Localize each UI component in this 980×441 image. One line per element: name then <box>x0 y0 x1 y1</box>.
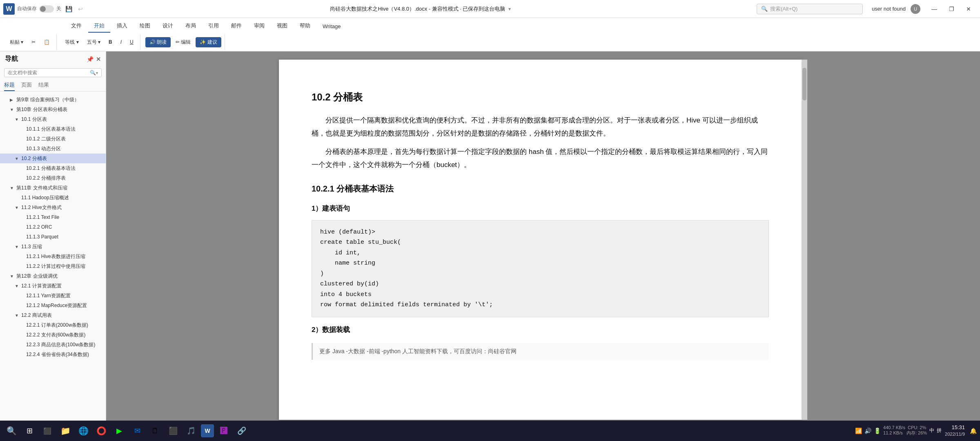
restore-button[interactable]: ❐ <box>943 2 960 16</box>
doc-title: 尚硅谷大数据技术之Hive（V4.8.0）.docx - 兼容性模式 · 已保存… <box>330 5 505 13</box>
notifications-button[interactable]: 🔔 <box>970 428 977 434</box>
taskbar-explorer[interactable]: 📁 <box>57 423 74 439</box>
system-tray: 📶 🔊 🔋 440.7 KB/s CPU: 2% 11.2 KB/s 内存: 2… <box>855 425 942 436</box>
copilot-button[interactable]: ✨ 建议 <box>196 37 221 47</box>
nav-12-2-2[interactable]: 12.2.2 支付表(600w条数据) <box>0 330 106 340</box>
nav-10-2-2[interactable]: 10.2.2 分桶排序表 <box>0 173 106 183</box>
tray-ime[interactable]: 中 <box>929 427 934 434</box>
nav-chapter12[interactable]: ▼ 第12章 企业级调优 <box>0 271 106 281</box>
nav-11-3[interactable]: ▼ 11.3 压缩 <box>0 242 106 252</box>
taskbar-app3[interactable]: 🎵 <box>183 423 199 439</box>
code-block-create-table: hive (default)> create table stu_buck( i… <box>312 220 769 317</box>
taskbar-app2[interactable]: ⬛ <box>165 423 181 439</box>
toolbar-actions: 🔊 朗读 ✏ 编辑 ✨ 建议 <box>142 34 225 50</box>
nav-12-1-1[interactable]: 12.1.1 Yarn资源配置 <box>0 291 106 301</box>
nav-filter-results[interactable]: 结果 <box>38 80 49 91</box>
taskbar-app4[interactable]: 🅿 <box>216 423 232 439</box>
nav-11-2-1[interactable]: 11.2.1 Text File <box>0 212 106 222</box>
italic-button[interactable]: I <box>117 38 125 46</box>
autosave-area: 自动保存 关 <box>17 5 61 13</box>
tab-insert[interactable]: 插入 <box>111 20 133 33</box>
font-family[interactable]: 等线 ▾ <box>62 38 82 47</box>
tab-draw[interactable]: 绘图 <box>134 20 156 33</box>
nav-search-dropdown[interactable]: ▾ <box>96 71 98 75</box>
tab-start[interactable]: 开始 <box>88 20 110 33</box>
tab-review[interactable]: 审阅 <box>248 20 270 33</box>
taskbar-start[interactable]: ⊞ <box>21 423 38 439</box>
nav-search-box[interactable]: 🔍 ▾ <box>4 68 102 77</box>
tab-mailings[interactable]: 邮件 <box>225 20 247 33</box>
nav-10-2-1[interactable]: 10.2.1 分桶表基本语法 <box>0 163 106 173</box>
nav-12-2-3[interactable]: 12.2.3 商品信息表(100w条数据) <box>0 340 106 350</box>
scrollbar-thumb[interactable] <box>802 68 806 100</box>
speak-button[interactable]: 🔊 朗读 <box>145 37 171 47</box>
underline-button[interactable]: U <box>127 38 137 46</box>
system-clock[interactable]: 15:31 2022/11/9 <box>945 424 965 438</box>
search-box[interactable]: 🔍 搜索(Alt+Q) <box>757 4 863 14</box>
nav-10-2[interactable]: ▼ 10.2 分桶表 <box>0 154 106 163</box>
nav-10-1-3[interactable]: 10.1.3 动态分区 <box>0 144 106 154</box>
tab-layout[interactable]: 布局 <box>180 20 202 33</box>
autosave-toggle[interactable] <box>39 5 54 13</box>
tab-writage[interactable]: Writage <box>317 21 347 33</box>
tab-help[interactable]: 帮助 <box>294 20 316 33</box>
toolbar-clipboard: 粘贴 ▾ ✂ 📋 <box>3 34 57 50</box>
bold-button[interactable]: B <box>105 38 116 46</box>
nav-header-icons: 📌 ✕ <box>87 56 101 62</box>
nav-12-1-2[interactable]: 12.1.2 MapReduce资源配置 <box>0 301 106 310</box>
nav-10-1[interactable]: ▼ 10.1 分区表 <box>0 114 106 124</box>
paste-button[interactable]: 粘贴 ▾ <box>7 38 27 47</box>
nav-close-icon[interactable]: ✕ <box>96 56 101 62</box>
window-controls: — ❐ ✕ <box>926 2 977 16</box>
nav-pin-icon[interactable]: 📌 <box>87 56 94 62</box>
taskbar-terminal[interactable]: ▶ <box>111 423 127 439</box>
nav-11-2[interactable]: ▼ 11.2 Hive文件格式 <box>0 203 106 212</box>
nav-11-2-1b[interactable]: 11.2.1 Hive表数据进行压缩 <box>0 252 106 261</box>
nav-chapter10[interactable]: ▼ 第10章 分区表和分桶表 <box>0 105 106 114</box>
nav-11-2-2b[interactable]: 11.2.2 计算过程中使用压缩 <box>0 261 106 271</box>
font-size[interactable]: 五号 ▾ <box>84 38 104 47</box>
doc-scrollbar[interactable] <box>802 60 807 420</box>
tab-design[interactable]: 设计 <box>157 20 179 33</box>
edit-button[interactable]: ✏ 编辑 <box>172 38 194 47</box>
nav-filter-headings[interactable]: 标题 <box>4 80 15 91</box>
title-dropdown[interactable]: ▾ <box>508 6 511 12</box>
taskbar: 🔍 ⊞ ⬛ 📁 🌐 ⭕ ▶ ✉ 🗒 ⬛ 🎵 W 🅿 🔗 📶 🔊 🔋 440.7 … <box>0 421 980 441</box>
tray-volume[interactable]: 🔊 <box>864 428 871 434</box>
tray-battery[interactable]: 🔋 <box>874 428 881 434</box>
taskbar-mail[interactable]: ✉ <box>129 423 145 439</box>
taskbar-chrome[interactable]: ⭕ <box>93 423 109 439</box>
tab-view[interactable]: 视图 <box>271 20 293 33</box>
nav-12-1[interactable]: ▼ 12.1 计算资源配置 <box>0 281 106 291</box>
taskbar-search[interactable]: 🔍 <box>3 423 20 439</box>
nav-search-icon: 🔍 <box>90 70 96 76</box>
close-button[interactable]: ✕ <box>960 2 977 16</box>
minimize-button[interactable]: — <box>926 2 942 16</box>
nav-filter-pages[interactable]: 页面 <box>21 80 32 91</box>
nav-11-2-2[interactable]: 11.2.2 ORC <box>0 222 106 232</box>
nav-10-1-2[interactable]: 10.1.2 二级分区表 <box>0 134 106 144</box>
taskbar-app1[interactable]: 🗒 <box>147 423 163 439</box>
nav-11-1-3[interactable]: 11.1.3 Parquet <box>0 232 106 242</box>
taskbar-edge[interactable]: 🌐 <box>75 423 91 439</box>
doc-paragraph-1: 分区提供一个隔离数据和优化查询的便利方式。不过，并非所有的数据集都可形成合理的分… <box>312 114 769 140</box>
tab-file[interactable]: 文件 <box>65 20 87 33</box>
nav-chapter11[interactable]: ▼ 第11章 文件格式和压缩 <box>0 183 106 193</box>
tray-network[interactable]: 📶 <box>855 428 862 434</box>
tab-references[interactable]: 引用 <box>203 20 225 33</box>
document-page[interactable]: 10.2 分桶表 分区提供一个隔离数据和优化查询的便利方式。不过，并非所有的数据… <box>279 60 802 420</box>
taskbar-app5[interactable]: 🔗 <box>234 423 250 439</box>
nav-search-input[interactable] <box>8 70 90 76</box>
nav-12-2[interactable]: ▼ 12.2 商试用表 <box>0 310 106 320</box>
nav-11-1[interactable]: 11.1 Hadoop压缩概述 <box>0 193 106 203</box>
tray-spell[interactable]: 拼 <box>937 427 942 434</box>
cut-button[interactable]: ✂ <box>28 38 39 46</box>
nav-12-2-1[interactable]: 12.2.1 订单表(2000w条数据) <box>0 320 106 330</box>
taskbar-widgets[interactable]: ⬛ <box>39 423 56 439</box>
user-avatar[interactable]: U <box>911 4 920 14</box>
nav-10-1-1[interactable]: 10.1.1 分区表基本语法 <box>0 124 106 134</box>
nav-chapter9[interactable]: ▶ 第9章 综合案例练习（中级） <box>0 95 106 105</box>
nav-12-2-4[interactable]: 12.2.4 省份省份表(34条数据) <box>0 350 106 359</box>
taskbar-word[interactable]: W <box>201 424 214 437</box>
copy-button[interactable]: 📋 <box>40 38 53 46</box>
